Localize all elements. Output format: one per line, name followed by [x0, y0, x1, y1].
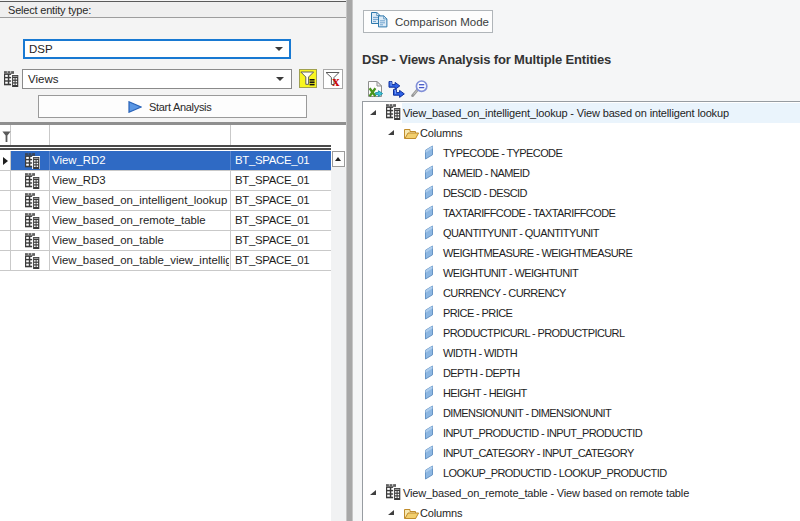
svg-text:x: x [332, 73, 340, 88]
